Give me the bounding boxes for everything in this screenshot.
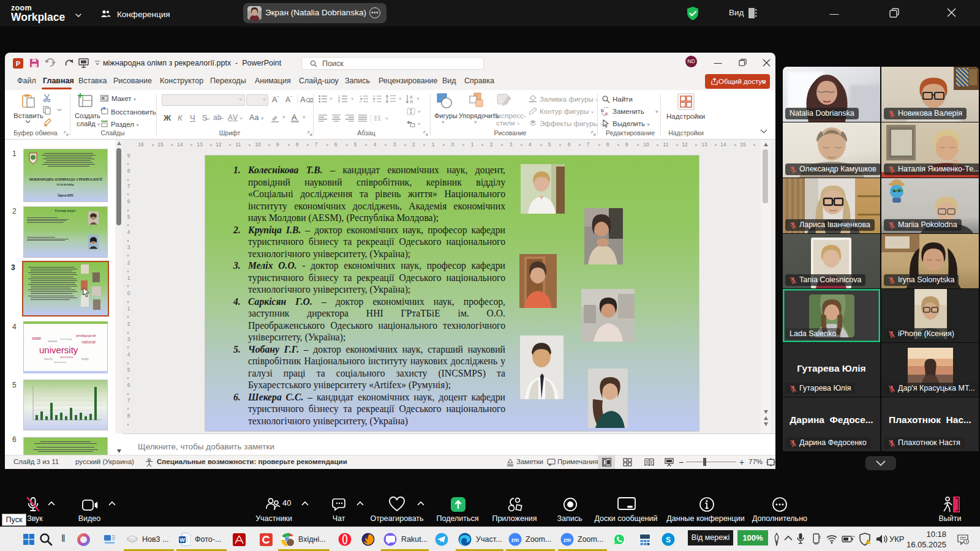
svg-text:Я: Я [410, 100, 413, 104]
svg-text:P: P [16, 60, 20, 67]
svg-text:zm: zm [511, 537, 519, 543]
svg-text:W: W [179, 537, 185, 543]
svg-text:b: b [601, 108, 604, 113]
svg-text:3: 3 [338, 100, 340, 103]
svg-text:А: А [410, 95, 413, 99]
svg-text:zm: zm [564, 537, 571, 543]
svg-text:S: S [666, 536, 671, 544]
